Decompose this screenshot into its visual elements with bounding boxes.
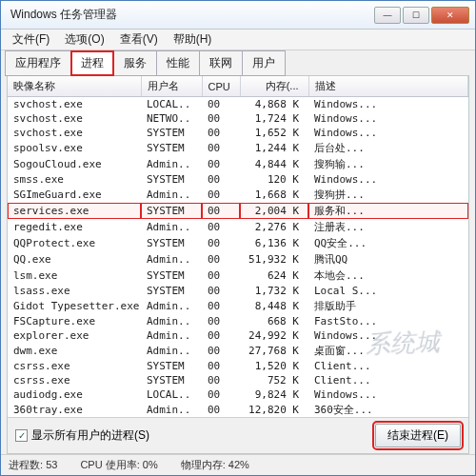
- cell-user: LOCAL..: [141, 387, 202, 402]
- cell-user: SYSTEM: [141, 140, 202, 156]
- cell-name: smss.exe: [8, 172, 141, 187]
- cell-cpu: 00: [202, 219, 240, 235]
- tab-2[interactable]: 服务: [113, 50, 157, 76]
- cell-name: QQProtect.exe: [8, 235, 141, 251]
- cell-cpu: 00: [202, 268, 240, 284]
- menu-options[interactable]: 选项(O): [57, 30, 111, 50]
- cell-desc: 360安全...: [308, 402, 468, 417]
- col-cpu[interactable]: CPU: [202, 76, 240, 97]
- cell-name: lsass.exe: [8, 284, 141, 298]
- cell-name: spoolsv.exe: [8, 140, 141, 156]
- cell-cpu: 00: [202, 373, 240, 387]
- maximize-button[interactable]: ☐: [403, 7, 429, 24]
- cell-user: SYSTEM: [141, 126, 202, 140]
- cell-name: dwm.exe: [8, 343, 141, 359]
- table-row[interactable]: smss.exeSYSTEM00120 KWindows...: [8, 172, 468, 187]
- cell-desc: 后台处...: [308, 140, 468, 156]
- table-row[interactable]: audiodg.exeLOCAL..009,824 KWindows...: [8, 387, 468, 402]
- cell-cpu: 00: [202, 328, 240, 343]
- cell-cpu: 00: [202, 126, 240, 140]
- table-row[interactable]: FSCapture.exeAdmin..00668 KFastSto...: [8, 314, 468, 328]
- cell-user: SYSTEM: [141, 284, 202, 298]
- cell-name: explorer.exe: [8, 328, 141, 343]
- cell-user: SYSTEM: [141, 359, 202, 373]
- menu-file[interactable]: 文件(F): [5, 30, 57, 50]
- cell-name: SogouCloud.exe: [8, 156, 141, 172]
- close-button[interactable]: ✕: [431, 7, 469, 24]
- cell-desc: QQ安全...: [308, 235, 468, 251]
- cell-name: regedit.exe: [8, 219, 141, 235]
- col-memory[interactable]: 内存(...: [240, 76, 308, 97]
- cell-name: 360tray.exe: [8, 402, 141, 417]
- cell-cpu: 00: [202, 187, 240, 203]
- table-row[interactable]: SogouCloud.exeAdmin..004,844 K搜狗输...: [8, 156, 468, 172]
- cell-cpu: 00: [202, 156, 240, 172]
- cell-mem: 1,668 K: [240, 187, 308, 203]
- cell-desc: 搜狗拼...: [308, 187, 468, 203]
- table-row[interactable]: services.exeSYSTEM002,004 K服务和...: [8, 203, 468, 219]
- col-image-name[interactable]: 映像名称: [8, 76, 141, 97]
- end-process-button[interactable]: 结束进程(E): [375, 424, 461, 447]
- table-row[interactable]: svchost.exeNETWO..001,724 KWindows...: [8, 111, 468, 126]
- cell-desc: Windows...: [308, 387, 468, 402]
- minimize-button[interactable]: —: [374, 7, 401, 24]
- cell-cpu: 00: [202, 97, 240, 112]
- table-row[interactable]: dwm.exeAdmin..0027,768 K桌面窗...: [8, 343, 468, 359]
- cell-mem: 120 K: [240, 172, 308, 187]
- cell-desc: 桌面窗...: [308, 343, 468, 359]
- cell-desc: 腾讯QQ: [308, 251, 468, 268]
- cell-mem: 27,768 K: [240, 343, 308, 359]
- table-row[interactable]: explorer.exeAdmin..0024,992 KWindows...: [8, 328, 468, 343]
- status-cpu: CPU 使用率: 0%: [80, 458, 157, 472]
- process-table-wrap[interactable]: 映像名称 用户名 CPU 内存(... 描述 svchost.exeLOCAL.…: [8, 76, 468, 417]
- cell-desc: Client...: [308, 359, 468, 373]
- table-row[interactable]: QQ.exeAdmin..0051,932 K腾讯QQ: [8, 251, 468, 268]
- cell-name: audiodg.exe: [8, 387, 141, 402]
- table-row[interactable]: svchost.exeLOCAL..004,868 KWindows...: [8, 97, 468, 112]
- table-row[interactable]: csrss.exeSYSTEM00752 KClient...: [8, 373, 468, 387]
- cell-name: SGImeGuard.exe: [8, 187, 141, 203]
- cell-desc: Windows...: [308, 111, 468, 126]
- cell-name: lsm.exe: [8, 268, 141, 284]
- tab-0[interactable]: 应用程序: [5, 50, 71, 76]
- col-user-name[interactable]: 用户名: [141, 76, 202, 97]
- cell-name: svchost.exe: [8, 111, 141, 126]
- cell-user: LOCAL..: [141, 97, 202, 112]
- show-all-users-checkbox[interactable]: ✓ 显示所有用户的进程(S): [15, 427, 375, 444]
- table-row[interactable]: csrss.exeSYSTEM001,520 KClient...: [8, 359, 468, 373]
- table-row[interactable]: lsass.exeSYSTEM001,732 KLocal S...: [8, 284, 468, 298]
- cell-user: Admin..: [141, 298, 202, 314]
- tab-4[interactable]: 联网: [199, 50, 243, 76]
- col-description[interactable]: 描述: [308, 76, 468, 97]
- menu-help[interactable]: 帮助(H): [166, 30, 220, 50]
- cell-user: SYSTEM: [141, 172, 202, 187]
- table-row[interactable]: SGImeGuard.exeAdmin..001,668 K搜狗拼...: [8, 187, 468, 203]
- cell-mem: 8,448 K: [240, 298, 308, 314]
- cell-user: SYSTEM: [141, 235, 202, 251]
- tab-5[interactable]: 用户: [242, 50, 286, 76]
- table-row[interactable]: spoolsv.exeSYSTEM001,244 K后台处...: [8, 140, 468, 156]
- cell-name: FSCapture.exe: [8, 314, 141, 328]
- cell-user: SYSTEM: [141, 268, 202, 284]
- tab-1[interactable]: 进程: [70, 50, 114, 76]
- table-row[interactable]: regedit.exeAdmin..002,276 K注册表...: [8, 219, 468, 235]
- menu-view[interactable]: 查看(V): [112, 30, 166, 50]
- cell-user: Admin..: [141, 314, 202, 328]
- titlebar[interactable]: Windows 任务管理器 — ☐ ✕: [1, 1, 475, 30]
- table-row[interactable]: Gidot Typesetter.exeAdmin..008,448 K排版助手: [8, 298, 468, 314]
- table-header-row: 映像名称 用户名 CPU 内存(... 描述: [8, 76, 468, 97]
- cell-cpu: 00: [202, 251, 240, 268]
- table-row[interactable]: svchost.exeSYSTEM001,652 KWindows...: [8, 126, 468, 140]
- tab-3[interactable]: 性能: [156, 50, 200, 76]
- cell-user: SYSTEM: [141, 203, 202, 219]
- table-row[interactable]: QQProtect.exeSYSTEM006,136 KQQ安全...: [8, 235, 468, 251]
- statusbar: 进程数: 53 CPU 使用率: 0% 物理内存: 42%: [1, 454, 475, 475]
- cell-cpu: 00: [202, 402, 240, 417]
- cell-user: Admin..: [141, 251, 202, 268]
- table-row[interactable]: lsm.exeSYSTEM00624 K本地会...: [8, 268, 468, 284]
- cell-mem: 4,868 K: [240, 97, 308, 112]
- cell-mem: 1,724 K: [240, 111, 308, 126]
- cell-desc: Windows...: [308, 126, 468, 140]
- cell-name: csrss.exe: [8, 373, 141, 387]
- table-row[interactable]: 360tray.exeAdmin..0012,820 K360安全...: [8, 402, 468, 417]
